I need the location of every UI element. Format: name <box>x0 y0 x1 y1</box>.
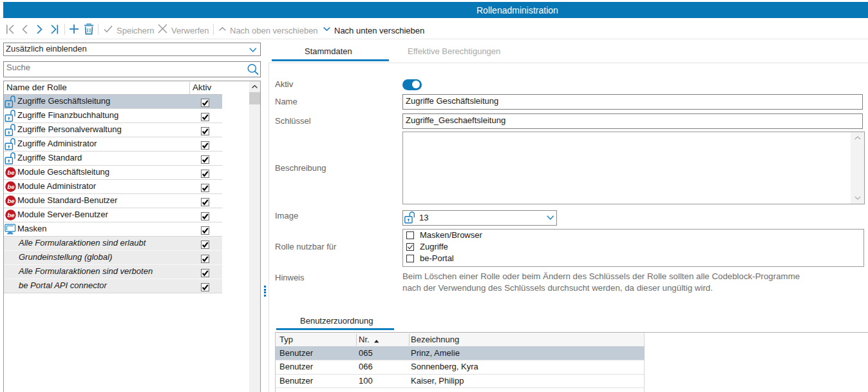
svg-text:be: be <box>7 183 15 190</box>
svg-text:be: be <box>7 169 15 176</box>
svg-text:be: be <box>7 197 15 204</box>
svg-text:be: be <box>7 211 15 219</box>
